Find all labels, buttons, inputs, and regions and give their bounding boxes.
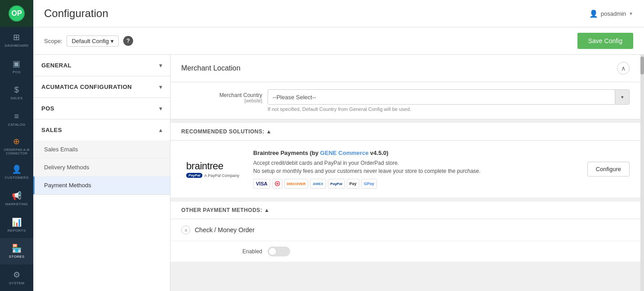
help-icon[interactable]: ? <box>123 36 133 46</box>
scope-left: Scope: Default Config ▾ ? <box>44 35 133 47</box>
top-header: Configuration 👤 posadmin ▼ <box>33 0 644 27</box>
merchant-country-dropdown-arrow[interactable]: ▾ <box>615 90 629 104</box>
merchant-country-label: Merchant Country [website] <box>181 89 262 103</box>
paypal-badge: PayPal A PayPal Company <box>186 173 239 178</box>
payment-icons: VISA ⦾ DISCOVER AMEX PayPal Pay GPay <box>253 179 578 189</box>
nav-section-sales: SALES ▴ Sales Emails Delivery Methods Pa… <box>33 119 170 195</box>
merchant-location-collapse-button[interactable]: ∧ <box>617 62 630 75</box>
nav-sales-chevron: ▴ <box>159 127 162 133</box>
sidebar-item-sales-emails[interactable]: Sales Emails <box>33 141 170 159</box>
nav-acumatica-chevron: ▾ <box>159 84 162 90</box>
user-avatar-icon: 👤 <box>589 9 598 18</box>
nav-section-header-pos[interactable]: POS ▾ <box>33 98 170 119</box>
sidebar-label-system: SYSTEM <box>9 282 25 286</box>
sidebar-label-reports: REPORTS <box>8 229 26 233</box>
merchant-country-row: Merchant Country [website] --Please Sele… <box>170 82 640 119</box>
merchant-country-control: --Please Select-- ▾ If not specified, De… <box>268 89 630 112</box>
right-panel: Merchant Location ∧ Merchant Country [we… <box>170 55 640 291</box>
sidebar-label-catalog: CATALOG <box>8 123 25 127</box>
sidebar-label-orderpad: ORDERPAD A-M CONNECTOR <box>0 148 33 155</box>
nav-section-acumatica: ACUMATICA CONFIGURATION ▾ <box>33 76 170 98</box>
pos-icon: ▣ <box>13 59 20 69</box>
nav-sales-sub-items: Sales Emails Delivery Methods Payment Me… <box>33 141 170 194</box>
edge-scrollbar[interactable] <box>640 55 644 291</box>
sidebar-label-pos: POS <box>13 71 21 75</box>
scope-value: Default Config <box>72 38 108 44</box>
merchant-country-sub-label: [website] <box>181 98 262 103</box>
enabled-label: Enabled <box>181 248 262 255</box>
catalog-icon: ≡ <box>14 112 19 121</box>
braintree-logo: braintree PayPal A PayPal Company <box>181 160 244 178</box>
orderpad-icon: ⊕ <box>13 137 20 146</box>
braintree-desc: Accept credit/debit cards and PayPal in … <box>253 159 578 175</box>
nav-section-header-general[interactable]: GENERAL ▾ <box>33 55 170 76</box>
scope-bar: Scope: Default Config ▾ ? Save Config <box>33 27 644 55</box>
nav-sales-label: SALES <box>41 127 62 133</box>
sidebar-label-marketing: MARKETING <box>5 203 28 207</box>
customers-icon: 👤 <box>12 164 22 174</box>
nav-acumatica-label: ACUMATICA CONFIGURATION <box>41 84 132 90</box>
nav-pos-chevron: ▾ <box>159 106 162 112</box>
recommended-solutions-header[interactable]: RECOMMENDED SOLUTIONS: ▲ <box>170 123 640 141</box>
system-icon: ⚙ <box>13 270 20 280</box>
sidebar-item-orderpad[interactable]: ⊕ ORDERPAD A-M CONNECTOR <box>0 132 33 159</box>
sidebar-item-catalog[interactable]: ≡ CATALOG <box>0 106 33 132</box>
braintree-solution-item: braintree PayPal A PayPal Company Braint… <box>170 141 640 198</box>
merchant-location-card: Merchant Location ∧ Merchant Country [we… <box>170 55 640 119</box>
other-payment-methods-section: OTHER PAYMENT METHODS: ▲ ∧ Check / Money… <box>170 198 640 262</box>
sidebar-item-sales[interactable]: $ SALES <box>0 80 33 106</box>
toggle-thumb <box>268 247 277 256</box>
sidebar-item-customers[interactable]: 👤 CUSTOMERS <box>0 159 33 185</box>
check-money-order-row: ∧ Check / Money Order <box>170 219 640 241</box>
sidebar-item-reports[interactable]: 📊 REPORTS <box>0 212 33 238</box>
logo-icon: OP <box>9 5 25 22</box>
nav-general-chevron: ▾ <box>159 62 162 69</box>
sidebar-item-stores[interactable]: 🏪 STORES <box>0 238 33 265</box>
braintree-brand-text: braintree <box>186 160 223 172</box>
dashboard-icon: ⊞ <box>13 32 20 42</box>
merchant-country-select-value[interactable]: --Please Select-- <box>268 91 615 104</box>
sidebar: OP ⊞ DASHBOARD ▣ POS $ SALES ≡ CATALOG ⊕… <box>0 0 33 291</box>
configure-button[interactable]: Configure <box>587 162 630 176</box>
check-money-title: Check / Money Order <box>195 226 255 234</box>
braintree-logo-content: braintree PayPal A PayPal Company <box>186 160 239 178</box>
nav-section-pos: POS ▾ <box>33 98 170 119</box>
edge-scrollbar-thumb <box>640 57 644 75</box>
sidebar-item-dashboard[interactable]: ⊞ DASHBOARD <box>0 27 33 53</box>
sales-icon: $ <box>14 85 19 95</box>
merchant-country-select-wrapper[interactable]: --Please Select-- ▾ <box>268 89 630 105</box>
braintree-title: Braintree Payments (by GENE Commerce v4.… <box>253 150 578 156</box>
braintree-info: Braintree Payments (by GENE Commerce v4.… <box>253 150 578 189</box>
gene-commerce-link[interactable]: GENE Commerce <box>320 150 369 156</box>
sidebar-item-system[interactable]: ⚙ SYSTEM <box>0 265 33 291</box>
sidebar-item-pos[interactable]: ▣ POS <box>0 53 33 80</box>
paypal-icon: PayPal <box>328 179 345 189</box>
merchant-country-hint: If not specified, Default Country from G… <box>268 106 630 112</box>
scope-label: Scope: <box>44 38 62 44</box>
user-name: posadmin <box>601 10 626 17</box>
user-dropdown-arrow: ▼ <box>629 11 633 16</box>
enabled-row: Enabled <box>170 241 640 262</box>
scope-dropdown-arrow: ▾ <box>111 38 114 44</box>
save-config-button[interactable]: Save Config <box>577 33 633 49</box>
enabled-toggle[interactable] <box>268 247 290 256</box>
paypal-company-text: A PayPal Company <box>204 173 239 178</box>
check-money-toggle[interactable]: ∧ <box>181 225 190 234</box>
sidebar-label-sales: SALES <box>10 97 22 101</box>
other-payment-methods-header[interactable]: OTHER PAYMENT METHODS: ▲ <box>170 198 640 219</box>
merchant-location-header: Merchant Location ∧ <box>170 55 640 82</box>
nav-section-header-sales[interactable]: SALES ▴ <box>33 119 170 141</box>
sidebar-item-marketing[interactable]: 📢 MARKETING <box>0 185 33 212</box>
nav-section-header-acumatica[interactable]: ACUMATICA CONFIGURATION ▾ <box>33 76 170 97</box>
main-area: Configuration 👤 posadmin ▼ Scope: Defaul… <box>33 0 644 291</box>
paypal-oval: PayPal <box>186 173 202 178</box>
nav-section-general: GENERAL ▾ <box>33 55 170 76</box>
sidebar-item-delivery-methods[interactable]: Delivery Methods <box>33 159 170 176</box>
user-info[interactable]: 👤 posadmin ▼ <box>589 9 633 18</box>
discover-icon: DISCOVER <box>284 179 309 189</box>
scope-select[interactable]: Default Config ▾ <box>67 35 118 47</box>
sidebar-label-customers: CUSTOMERS <box>4 176 29 180</box>
amex-icon: AMEX <box>310 179 326 189</box>
sidebar-item-payment-methods[interactable]: Payment Methods <box>33 176 170 194</box>
stores-icon: 🏪 <box>12 243 22 253</box>
